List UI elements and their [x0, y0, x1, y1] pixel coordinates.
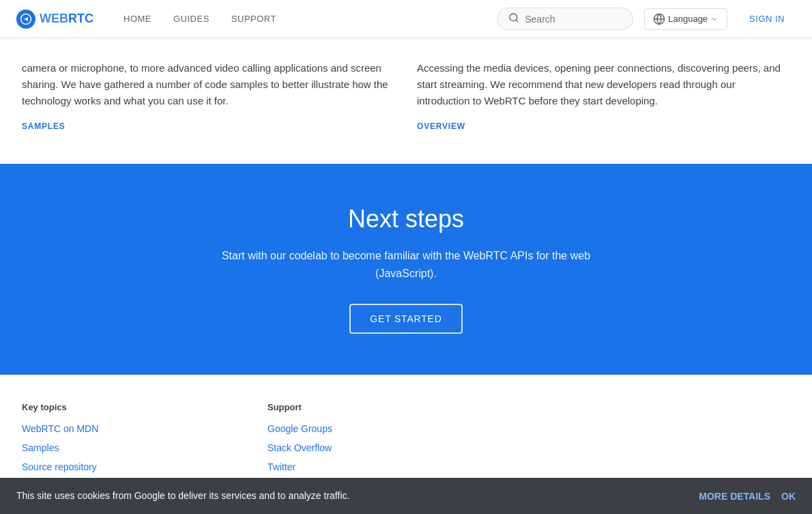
list-item: Stack Overflow [267, 442, 497, 453]
source-repo-link[interactable]: Source repository [22, 461, 97, 472]
search-bar[interactable] [497, 8, 633, 30]
language-label: Language [668, 14, 708, 24]
nav-home[interactable]: HOME [115, 8, 160, 29]
logo-icon [16, 10, 35, 29]
blue-section: Next steps Start with our codelab to bec… [0, 164, 812, 375]
next-steps-heading: Next steps [22, 205, 790, 233]
webrtc-mdn-link[interactable]: WebRTC on MDN [22, 423, 98, 434]
list-item: Google Groups [267, 423, 497, 434]
content-top: camera or microphone, to more advanced v… [0, 38, 812, 164]
next-steps-description: Start with our codelab to become familia… [201, 247, 611, 282]
cookie-banner: This site uses cookies from Google to de… [0, 478, 812, 514]
samples-footer-link[interactable]: Samples [22, 442, 59, 453]
samples-link[interactable]: SAMPLES [22, 122, 66, 131]
site-logo[interactable]: WEBRTC [16, 10, 93, 29]
search-input[interactable] [525, 14, 622, 25]
logo-text: WEBRTC [40, 12, 93, 26]
cookie-ok-button[interactable]: OK [781, 491, 796, 502]
list-item: Twitter [267, 461, 497, 472]
left-card: camera or microphone, to more advanced v… [22, 55, 395, 137]
search-icon [508, 12, 519, 25]
footer-col1-heading: Key topics [22, 402, 251, 412]
nav-support[interactable]: SUPPORT [223, 8, 285, 29]
left-card-text: camera or microphone, to more advanced v… [22, 60, 395, 109]
cookie-more-details-link[interactable]: MORE DETAILS [699, 491, 770, 502]
overview-link[interactable]: OVERVIEW [417, 122, 465, 131]
twitter-link[interactable]: Twitter [267, 461, 295, 472]
cookie-actions: MORE DETAILS OK [699, 491, 796, 502]
header-right: Language SIGN IN [497, 8, 796, 30]
chevron-down-icon [710, 15, 719, 23]
cookie-text: This site uses cookies from Google to de… [16, 489, 688, 503]
site-header: WEBRTC HOME GUIDES SUPPORT Language [0, 0, 812, 38]
globe-icon [653, 13, 665, 25]
footer-col2-list: Google Groups Stack Overflow Twitter [267, 423, 497, 472]
header-left: WEBRTC HOME GUIDES SUPPORT [16, 8, 285, 29]
sign-in-button[interactable]: SIGN IN [738, 8, 796, 29]
nav-guides[interactable]: GUIDES [165, 8, 218, 29]
list-item: Samples [22, 442, 251, 453]
language-button[interactable]: Language [644, 8, 727, 30]
footer-col-support: Support Google Groups Stack Overflow Twi… [267, 402, 497, 481]
footer-col-topics: Key topics WebRTC on MDN Samples Source … [22, 402, 251, 481]
footer-col2-heading: Support [267, 402, 497, 412]
svg-point-1 [510, 14, 517, 21]
google-groups-link[interactable]: Google Groups [267, 423, 332, 434]
footer-col1-list: WebRTC on MDN Samples Source repository [22, 423, 251, 472]
right-card-text: Accessing the media devices, opening pee… [417, 60, 790, 109]
main-nav: HOME GUIDES SUPPORT [115, 8, 285, 29]
stack-overflow-link[interactable]: Stack Overflow [267, 442, 332, 453]
list-item: WebRTC on MDN [22, 423, 251, 434]
get-started-button[interactable]: GET STARTED [349, 304, 462, 334]
right-card: Accessing the media devices, opening pee… [417, 55, 790, 137]
list-item: Source repository [22, 461, 251, 472]
